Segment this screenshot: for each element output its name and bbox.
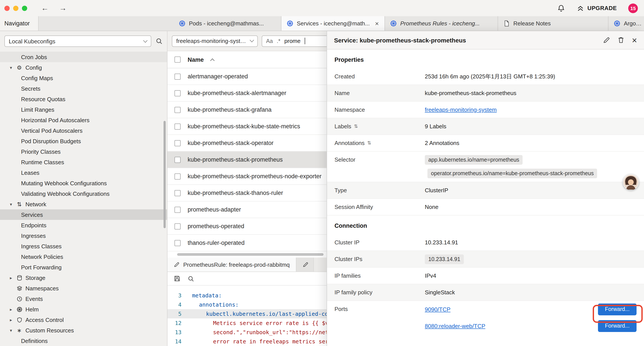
forward-icon[interactable]: → (59, 4, 67, 12)
window-zoom-button[interactable] (22, 5, 27, 11)
sidebar-item-resource-quotas[interactable]: Resource Quotas (0, 94, 167, 104)
forward-button[interactable]: Forward... (598, 320, 636, 332)
chevron-down-icon[interactable]: ▾ (9, 202, 13, 207)
namespaces-icon (16, 285, 23, 291)
close-tab-icon[interactable]: × (375, 20, 379, 27)
row-checkbox[interactable] (174, 107, 180, 113)
connection-row-ip-families: IP families IPv4 (327, 268, 644, 284)
forward-button[interactable]: Forward... (598, 303, 636, 315)
storage-icon (16, 275, 23, 281)
sidebar-item-storage[interactable]: ▸ Storage (0, 272, 167, 283)
sidebar-item-ingress-classes[interactable]: Ingress Classes (0, 241, 167, 251)
navigator-tree: Cron Jobs ▾ ⚙ Config Config Maps Secrets… (0, 51, 167, 346)
chevron-right-icon[interactable]: ▸ (9, 317, 13, 322)
horizontal-scrollbar[interactable] (177, 253, 324, 256)
bell-icon[interactable] (557, 4, 565, 12)
port-line: 9090/TCP Forward... (425, 301, 636, 318)
sidebar-item-port-forwarding[interactable]: Port Forwarding (0, 262, 167, 272)
row-checkbox[interactable] (174, 190, 180, 196)
regex-toggle[interactable]: .* (277, 38, 280, 44)
sidebar-item-validating-webhook-configurations[interactable]: Validating Webhook Configurations (0, 188, 167, 199)
row-checkbox[interactable] (174, 240, 180, 246)
chevron-right-icon[interactable]: ▸ (9, 307, 13, 312)
sidebar-item-cron-jobs[interactable]: Cron Jobs (0, 52, 167, 62)
editor-tab-prometheusrule[interactable]: PrometheusRule: freeleaps-prod-rabbitmq (168, 258, 296, 272)
port-line: 8080:reloader-web/TCP Forward... (425, 318, 636, 334)
expand-collapse-icon[interactable]: ⇅ (354, 123, 358, 129)
save-icon[interactable] (174, 275, 180, 282)
upgrade-icon (576, 4, 584, 12)
sidebar-item-config-maps[interactable]: Config Maps (0, 73, 167, 83)
sidebar-item-services[interactable]: Services (0, 209, 167, 220)
port-link[interactable]: 9090/TCP (425, 306, 450, 313)
sidebar-item-endpoints[interactable]: Endpoints (0, 220, 167, 230)
sidebar-item-vertical-pod-autoscalers[interactable]: Vertical Pod Autoscalers (0, 125, 167, 136)
sidebar-item-access-control[interactable]: ▸ Access Control (0, 315, 167, 325)
chevron-down-icon[interactable]: ▾ (9, 328, 13, 333)
sort-ascending-icon[interactable] (210, 58, 214, 63)
match-case-toggle[interactable]: Aa (266, 38, 273, 44)
row-checkbox[interactable] (174, 207, 180, 213)
sidebar-item-secrets[interactable]: Secrets (0, 83, 167, 94)
sidebar-item-namespaces[interactable]: Namespaces (0, 283, 167, 294)
chevron-down-icon[interactable]: ▾ (9, 65, 13, 70)
port-link[interactable]: 8080:reloader-web/TCP (425, 323, 485, 329)
avatar[interactable] (623, 174, 639, 190)
editor-tab-partial[interactable] (296, 258, 314, 272)
row-checkbox[interactable] (174, 223, 180, 229)
sidebar-item-custom-resources[interactable]: ▾ ∗ Custom Resources (0, 325, 167, 336)
sidebar-item-mutating-webhook-configurations[interactable]: Mutating Webhook Configurations (0, 178, 167, 188)
row-checkbox[interactable] (174, 157, 180, 163)
sidebar-item-events[interactable]: Events (0, 294, 167, 304)
sidebar-item-leases[interactable]: Leases (0, 167, 167, 178)
property-row-labels: Labels⇅ 9 Labels (327, 118, 644, 135)
expand-collapse-icon[interactable]: ⇅ (367, 140, 371, 146)
pencil-icon (302, 262, 309, 268)
sidebar-item-helm[interactable]: ▸ Helm (0, 304, 167, 315)
search-icon[interactable] (156, 38, 163, 45)
sidebar-item-config[interactable]: ▾ ⚙ Config (0, 62, 167, 73)
sidebar-item-priority-classes[interactable]: Priority Classes (0, 146, 167, 157)
notification-badge[interactable]: 15 (628, 3, 638, 13)
row-checkbox[interactable] (174, 90, 180, 96)
sidebar-item-runtime-classes[interactable]: Runtime Classes (0, 157, 167, 167)
back-icon[interactable]: ← (41, 4, 49, 12)
upgrade-button[interactable]: UPGRADE (576, 4, 617, 12)
row-checkbox[interactable] (174, 73, 180, 79)
sidebar-item-network-policies[interactable]: Network Policies (0, 251, 167, 262)
tab-pods[interactable]: Pods - icecheng@mathmas... (174, 16, 282, 31)
row-checkbox[interactable] (174, 123, 180, 129)
search-icon[interactable] (188, 275, 194, 282)
chevron-right-icon[interactable]: ▸ (9, 275, 13, 280)
select-all-checkbox[interactable] (174, 56, 180, 63)
sidebar-item-network[interactable]: ▾ ⇅ Network (0, 199, 167, 209)
delete-icon[interactable] (618, 36, 625, 44)
tab-release-notes[interactable]: Release Notes (498, 16, 608, 31)
sidebar-item-definitions[interactable]: Definitions (0, 336, 167, 346)
row-checkbox[interactable] (174, 140, 180, 146)
sidebar-scrollbar[interactable] (164, 121, 166, 228)
text-cursor (304, 38, 305, 44)
namespace-link[interactable]: freeleaps-monitoring-system (425, 106, 497, 113)
sidebar-item-horizontal-pod-autoscalers[interactable]: Horizontal Pod Autoscalers (0, 115, 167, 125)
kubeconfig-selector[interactable]: Local Kubeconfigs (4, 35, 151, 47)
close-icon[interactable]: × (632, 36, 637, 44)
connection-row-cluster-ips: Cluster IPs 10.233.14.91 (327, 251, 644, 268)
tab-prometheus-rules[interactable]: Prometheus Rules - icecheng... (385, 16, 498, 31)
edit-icon[interactable] (603, 36, 610, 44)
main-area: Local Kubeconfigs Cron Jobs ▾ ⚙ Config C… (0, 31, 644, 346)
window-close-button[interactable] (4, 5, 10, 11)
window-minimize-button[interactable] (13, 5, 18, 11)
tab-services[interactable]: Services - icecheng@math... × (282, 16, 385, 31)
name-column-header[interactable]: Name (188, 56, 204, 63)
tab-argo[interactable]: Argo Se (608, 16, 644, 31)
sidebar-item-ingresses[interactable]: Ingresses (0, 230, 167, 241)
row-checkbox[interactable] (174, 173, 180, 179)
sidebar-item-pod-disruption-budgets[interactable]: Pod Disruption Budgets (0, 136, 167, 146)
tab-navigator[interactable]: Navigator (0, 16, 38, 31)
clock-icon (16, 296, 23, 302)
sidebar-item-limit-ranges[interactable]: Limit Ranges (0, 104, 167, 115)
namespace-filter-dropdown[interactable]: freeleaps-monitoring-system (172, 35, 258, 47)
chevron-down-icon (250, 38, 254, 42)
service-details-drawer: Service: kube-prometheus-stack-prometheu… (326, 31, 644, 346)
